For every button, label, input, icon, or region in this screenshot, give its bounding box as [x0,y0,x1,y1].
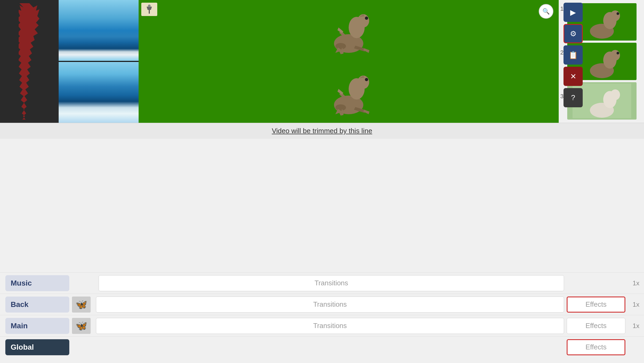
track-row-music: Music Transitions 1x [0,272,644,294]
track-row-main: Main 🦋 Transitions Effects 1x [0,315,644,336]
multiplier-music: 1x [628,279,644,287]
thumb-num-2: 2 [559,49,564,56]
zoom-button[interactable]: 🔍 [539,4,553,19]
sky-bg-top [59,0,139,61]
help-button[interactable]: ? [564,88,583,107]
video-top-cell [139,0,559,61]
svg-point-17 [617,12,619,15]
copy-button[interactable]: 📋 [564,45,583,65]
track-row-back: Back 🦋 Transitions Effects 1x [0,294,644,315]
track-label-main[interactable]: Main [5,318,69,334]
track-label-global[interactable]: Global [5,339,69,355]
track-thumb-back: 🦋 [72,297,91,313]
svg-point-2 [148,5,151,7]
svg-point-21 [610,50,620,61]
sky-ocean-strip [59,0,139,123]
multiplier-back: 1x [628,301,644,308]
play-button[interactable]: ▶ [564,3,583,22]
svg-point-6 [365,17,368,20]
dinosaur-bottom [322,68,375,117]
dinosaur-top [322,6,375,56]
transitions-btn-main[interactable]: Transitions [96,318,564,334]
effects-btn-back[interactable]: Effects [567,297,625,313]
main-video-area: ▶ ⚙ 📋 ✕ ? [139,0,559,123]
trim-area: Video will be trimmed by this line [0,123,644,139]
delete-button[interactable]: ✕ [564,67,583,86]
svg-point-11 [365,78,368,81]
transitions-btn-back[interactable]: Transitions [96,297,564,313]
pin-icon [141,3,157,16]
svg-point-12 [335,104,346,111]
control-panel: ▶ ⚙ 📋 ✕ ? [564,3,583,107]
video-editor-area: ▶ ⚙ 📋 ✕ ? [0,0,644,123]
svg-point-16 [610,10,620,21]
svg-point-7 [335,43,346,49]
sky-bg-bottom [59,62,139,123]
transitions-btn-music[interactable]: Transitions [99,275,564,291]
thumb-num-3: 3 [559,93,564,100]
track-label-music[interactable]: Music [5,275,69,291]
sky-cell-top [59,0,139,61]
track-label-back[interactable]: Back [5,297,69,313]
track-thumb-main: 🦋 [72,318,91,334]
effects-btn-main[interactable]: Effects [567,318,625,334]
thumb-num-1: 1 [559,5,564,12]
film-strip-left [0,0,59,123]
svg-point-26 [610,89,620,100]
svg-point-22 [617,52,619,54]
bottom-tracks: Music Transitions 1x Back 🦋 Transitions … [0,262,644,363]
track-row-global: Global Effects [0,336,644,358]
sky-cell-bottom [59,62,139,123]
settings-button[interactable]: ⚙ [564,24,583,43]
effects-btn-global[interactable]: Effects [567,339,625,355]
svg-marker-0 [19,3,39,120]
video-bottom-cell [139,61,559,123]
middle-spacer [0,139,644,176]
trim-text: Video will be trimmed by this line [272,127,372,135]
multiplier-main: 1x [628,322,644,330]
